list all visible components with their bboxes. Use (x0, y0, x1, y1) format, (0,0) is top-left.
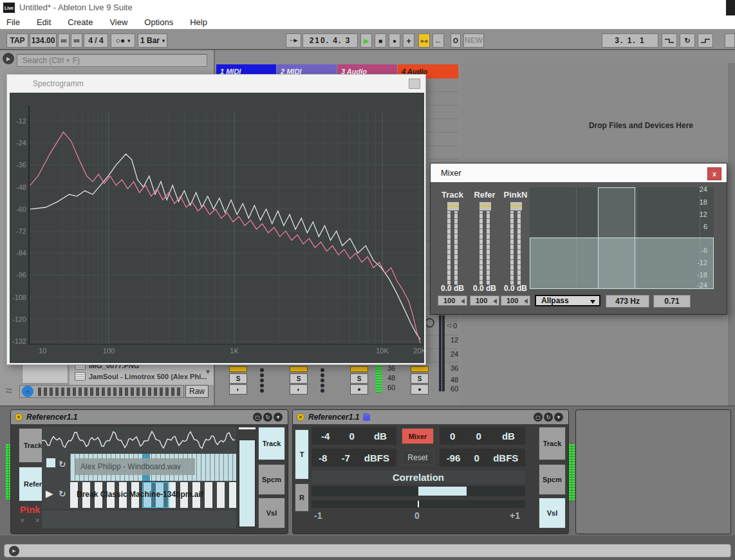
width-spinner-track[interactable]: 100 (438, 295, 467, 306)
left-channel-button[interactable]: T (295, 429, 309, 480)
spectrogram-window[interactable]: Spectrogramm -12-24-36-48-60-72-84-96-10… (6, 74, 426, 365)
right-channel-button[interactable]: R (295, 483, 309, 512)
volume-fader-pinkn[interactable] (510, 203, 521, 285)
view-spcm-button[interactable]: Spcm (258, 464, 285, 495)
mixer-window[interactable]: Mixer x Track Refer PinkN 0.0 dB 0.0 dB … (430, 163, 727, 315)
mixer-button[interactable]: Mixer (402, 428, 434, 444)
filter-band-selection[interactable] (598, 187, 635, 289)
zero-marker-icon[interactable]: ◁ (447, 322, 451, 328)
clip-stop-button[interactable] (229, 366, 247, 372)
arrangement-position-field[interactable]: 210. 4. 3 (302, 33, 358, 48)
hide-browser-icon[interactable]: ≈ (1, 384, 17, 398)
session-scrollbar[interactable] (729, 63, 735, 406)
spectrogram-window-button[interactable] (409, 79, 420, 89)
pan-knob[interactable] (425, 318, 434, 328)
tempo-field[interactable]: 134.00 (30, 33, 57, 48)
menu-create[interactable]: Create (68, 17, 93, 27)
spinner-left-icon[interactable] (493, 299, 497, 304)
fader-cap[interactable] (479, 201, 492, 211)
clipped-loop-length-field[interactable] (725, 33, 735, 48)
filter-display[interactable]: 24 18 12 6 -6 -12 -18 -24 (530, 187, 714, 289)
nudge-up-button[interactable]: IIII (71, 33, 82, 48)
menu-file[interactable]: File (6, 17, 20, 27)
device-fold-icon[interactable]: ▢ (534, 413, 543, 422)
record-button[interactable]: ● (389, 33, 400, 48)
punch-in-button[interactable] (662, 33, 677, 48)
midi-overdub-button[interactable]: o-o (418, 33, 430, 48)
loop-button[interactable]: ↻ (680, 33, 695, 48)
back-to-arrangement-button[interactable]: ← (433, 33, 444, 48)
menu-edit[interactable]: Edit (37, 17, 51, 27)
view-track-button[interactable]: Track (258, 427, 285, 460)
device-output-fader[interactable] (239, 440, 256, 527)
view-vsl-button[interactable]: Vsl (258, 498, 285, 528)
device-hotswap-icon[interactable]: ↻ (263, 413, 272, 422)
pink-noise-toggles[interactable]: × × (20, 516, 44, 525)
loop-icon[interactable]: ↻ (59, 459, 66, 469)
solo-button-track1[interactable]: S (229, 373, 247, 384)
device-on-led[interactable] (15, 413, 23, 421)
volume-fader-refer[interactable] (479, 203, 490, 285)
new-button[interactable]: NEW (463, 33, 484, 48)
time-signature-field[interactable]: 4 / 4 (84, 33, 108, 48)
arm-button-track1[interactable]: ◐ (229, 384, 247, 395)
arm-button-track3[interactable]: ● (350, 384, 368, 395)
follow-button[interactable]: ⋯▶ (286, 33, 301, 48)
tap-tempo-button[interactable]: TAP (6, 33, 28, 48)
clip-stop-button[interactable] (290, 366, 308, 372)
search-input[interactable] (17, 54, 207, 67)
loop-icon[interactable]: ↻ (59, 489, 66, 499)
solo-button-track3[interactable]: S (350, 373, 368, 384)
menu-view[interactable]: View (109, 17, 127, 27)
raw-button[interactable]: Raw (185, 385, 209, 398)
clip-stop-button[interactable] (350, 366, 368, 372)
fader-cap[interactable] (447, 201, 460, 211)
browser-play-icon[interactable]: ▶ (3, 53, 14, 64)
clip2-name[interactable]: Break Classic Machine-134bpm.aif (77, 490, 203, 499)
device-save-icon[interactable]: ▼ (274, 413, 283, 422)
punch-out-button[interactable] (698, 33, 713, 48)
list-item[interactable]: JamSoul - Limotrox 500 (Alex Phi... (70, 371, 214, 381)
device-save-icon[interactable]: ▼ (554, 413, 563, 422)
filter-q-field[interactable]: 0.71 (653, 295, 691, 308)
arm-button-track2[interactable]: ◐ (290, 384, 308, 395)
filter-freq-field[interactable]: 473 Hz (606, 295, 649, 308)
solo-button-track4[interactable]: S (411, 373, 429, 384)
status-play-icon[interactable]: ▶ (9, 546, 19, 556)
nudge-down-button[interactable]: IIII (58, 33, 70, 48)
menu-help[interactable]: Help (190, 17, 207, 27)
solo-button-track2[interactable]: S (290, 373, 308, 384)
device-on-led[interactable] (297, 413, 304, 421)
play-button[interactable]: ▶ (360, 33, 372, 48)
preview-bar[interactable] (19, 385, 184, 398)
view-spcm-button[interactable]: Spcm (539, 464, 566, 495)
clip1-name[interactable]: Alex Philipp - Windboard.wav (75, 458, 195, 475)
preview-headphone-icon[interactable]: ∩ (22, 386, 33, 397)
quantize-menu[interactable]: 1 Bar ▾ (138, 33, 167, 48)
referencer-device-center[interactable]: Referencer1.1 ▢ ↻ ▼ T R -4 0 dB Mixer 0 … (292, 409, 569, 534)
width-spinner-refer[interactable]: 100 (470, 295, 499, 306)
mixer-title-bar[interactable] (431, 163, 727, 182)
filter-type-dropdown[interactable]: Allpass (535, 295, 600, 306)
referencer-device-left[interactable]: Referencer1.1 ▢ ↻ ▼ Track Refer Pink × ×… (10, 409, 288, 534)
pink-noise-label[interactable]: Pink (20, 504, 41, 515)
menu-options[interactable]: Options (144, 17, 173, 27)
volume-fader-track[interactable] (447, 203, 458, 285)
width-spinner-pinkn[interactable]: 100 (501, 295, 530, 306)
loop-start-field[interactable]: 3. 1. 1 (602, 33, 658, 48)
close-icon[interactable]: x (707, 167, 721, 180)
fader-cap[interactable] (510, 201, 523, 211)
spinner-left-icon[interactable] (524, 299, 528, 304)
clip1-select-button[interactable] (46, 458, 56, 468)
empty-device-panel[interactable] (575, 409, 731, 534)
overdub-plus-button[interactable]: + (403, 33, 414, 48)
stop-button[interactable]: ■ (375, 33, 386, 48)
device-fold-icon[interactable]: ▢ (253, 413, 262, 422)
scroll-down-icon[interactable]: ▼ (205, 368, 211, 375)
metronome-button[interactable]: ○● ▾ (111, 33, 135, 48)
clip-stop-button[interactable] (411, 366, 429, 372)
spinner-left-icon[interactable] (461, 299, 465, 304)
view-track-button[interactable]: Track (539, 427, 566, 460)
draw-mode-button[interactable]: O (451, 33, 461, 48)
view-vsl-button[interactable]: Vsl (539, 498, 566, 528)
